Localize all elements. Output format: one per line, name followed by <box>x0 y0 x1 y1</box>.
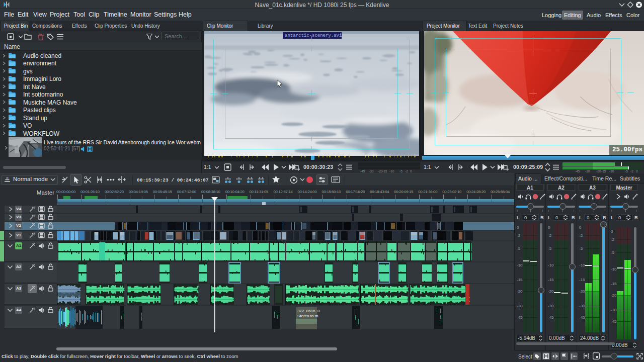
svg-text:372_8616_0: 372_8616_0 <box>297 309 320 313</box>
svg-text:Stereo to m: Stereo to m <box>297 314 318 318</box>
